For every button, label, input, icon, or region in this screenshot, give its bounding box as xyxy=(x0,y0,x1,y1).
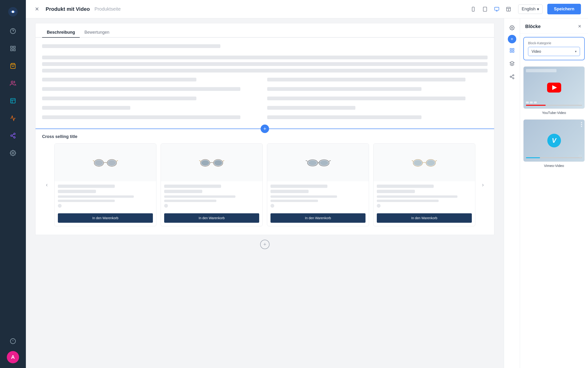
desktop-icon[interactable] xyxy=(492,4,502,14)
skeleton-line xyxy=(267,106,355,110)
layout-icon[interactable] xyxy=(504,4,513,14)
yt-ctrl-dot xyxy=(526,101,529,103)
blocks-panel: Blöcke ✕ Block-Kategorie Video Text Bild xyxy=(520,18,588,368)
toolbar-settings-icon[interactable] xyxy=(506,22,518,34)
svg-point-54 xyxy=(512,78,514,79)
mobile-icon[interactable] xyxy=(468,4,478,14)
vimeo-dot xyxy=(581,126,582,127)
content-area: Beschreibung Bewertungen xyxy=(26,18,588,368)
main-area: ✕ Produkt mit Video Produktseite xyxy=(26,0,588,368)
product-card: In den Warenkorb xyxy=(54,143,156,226)
toolbar-add-button[interactable]: + xyxy=(508,35,516,43)
device-icons xyxy=(468,4,513,14)
vimeo-thumbnail: V ♡ xyxy=(523,119,585,162)
sidebar-item-info[interactable] xyxy=(5,334,20,349)
svg-line-56 xyxy=(511,76,512,76)
skeleton-line xyxy=(267,87,421,91)
product-line xyxy=(377,200,439,202)
carousel-prev-button[interactable]: ‹ xyxy=(42,180,52,190)
block-category-select[interactable]: Video Text Bild xyxy=(528,47,580,56)
sidebar-item-content[interactable] xyxy=(5,93,20,108)
product-price-skeleton xyxy=(58,190,96,193)
product-info xyxy=(54,181,156,211)
product-name-skeleton xyxy=(58,184,115,188)
svg-point-37 xyxy=(214,160,222,166)
svg-rect-48 xyxy=(512,48,514,50)
tab-description[interactable]: Beschreibung xyxy=(42,28,80,38)
product-info xyxy=(161,181,263,211)
close-button[interactable]: ✕ xyxy=(33,5,41,13)
sunglasses-img xyxy=(305,155,331,170)
block-category-select-wrapper: Video Text Bild xyxy=(528,47,580,56)
product-line xyxy=(164,200,216,202)
yt-ctrl-dot xyxy=(534,101,537,103)
blocks-close-button[interactable]: ✕ xyxy=(576,23,583,30)
product-line xyxy=(271,200,318,202)
yt-heart-icon: ♡ xyxy=(578,101,582,106)
section-divider: + xyxy=(35,129,494,129)
sunglasses-img xyxy=(199,155,225,170)
product-dot xyxy=(58,204,62,208)
sidebar-item-pages[interactable] xyxy=(5,41,20,56)
toolbar-blocks-icon[interactable] xyxy=(506,44,518,56)
svg-rect-7 xyxy=(13,49,15,51)
sidebar-logo xyxy=(6,5,20,19)
svg-rect-6 xyxy=(11,49,12,51)
avatar[interactable]: A xyxy=(7,351,19,363)
sidebar-item-help[interactable] xyxy=(5,24,20,39)
language-select[interactable]: English ▾ xyxy=(518,4,543,14)
svg-point-39 xyxy=(308,161,317,165)
product-lines xyxy=(377,195,472,202)
add-to-cart-button[interactable]: In den Warenkorb xyxy=(271,213,366,223)
vimeo-block-item[interactable]: V ♡ Vimeo-Video xyxy=(520,117,588,170)
toolbar-share-icon[interactable] xyxy=(506,71,518,83)
product-info xyxy=(267,181,369,211)
sidebar-item-settings[interactable] xyxy=(5,146,20,161)
toolbar-layers-icon[interactable] xyxy=(506,57,518,70)
right-toolbar: + xyxy=(504,18,520,368)
add-section-button[interactable]: + xyxy=(261,125,269,133)
sidebar-item-flows[interactable] xyxy=(5,128,20,143)
svg-point-16 xyxy=(12,152,14,154)
save-button[interactable]: Speichern xyxy=(547,4,581,14)
yt-play-button xyxy=(547,83,561,92)
skeleton-line xyxy=(42,69,488,73)
youtube-block-item[interactable]: ♡ YouTube-Video xyxy=(520,64,588,117)
product-image xyxy=(54,144,156,181)
svg-line-55 xyxy=(511,77,512,78)
block-category-label: Block-Kategorie xyxy=(528,41,580,45)
skeleton-line xyxy=(42,44,220,48)
product-card: In den Warenkorb xyxy=(373,143,475,226)
vimeo-heart-icon: ♡ xyxy=(578,154,582,159)
vimeo-dot xyxy=(581,124,582,125)
product-name-skeleton xyxy=(271,184,327,188)
tablet-icon[interactable] xyxy=(480,4,490,14)
editor-canvas: Beschreibung Bewertungen xyxy=(26,18,504,368)
yt-thumb-bg: ♡ xyxy=(524,67,584,109)
tab-reviews[interactable]: Bewertungen xyxy=(80,28,114,38)
add-to-cart-button[interactable]: In den Warenkorb xyxy=(164,213,259,223)
sidebar-item-marketing[interactable] xyxy=(5,111,20,126)
sidebar: A xyxy=(0,0,26,368)
add-to-cart-button[interactable]: In den Warenkorb xyxy=(58,213,153,223)
yt-ctrl-dot xyxy=(530,101,533,103)
add-bottom-button[interactable]: + xyxy=(260,240,270,249)
product-carousel: ‹ xyxy=(42,143,488,226)
product-price-skeleton xyxy=(377,190,415,193)
page-title: Produkt mit Video xyxy=(46,6,90,12)
sidebar-item-customers[interactable] xyxy=(5,76,20,91)
product-lines xyxy=(58,195,153,202)
svg-rect-10 xyxy=(11,98,15,103)
carousel-next-button[interactable]: › xyxy=(478,180,488,190)
sidebar-item-products[interactable] xyxy=(5,58,20,74)
products-grid: In den Warenkorb xyxy=(54,143,475,226)
product-line xyxy=(377,195,457,198)
add-to-cart-button[interactable]: In den Warenkorb xyxy=(377,213,472,223)
two-col-section xyxy=(42,78,488,122)
skeleton-line xyxy=(42,87,240,91)
vimeo-progress-fill xyxy=(526,157,540,158)
skeleton-line xyxy=(42,78,196,82)
vimeo-logo-v: V xyxy=(552,137,556,144)
svg-point-9 xyxy=(11,81,13,83)
skeleton-col-right xyxy=(267,78,488,122)
